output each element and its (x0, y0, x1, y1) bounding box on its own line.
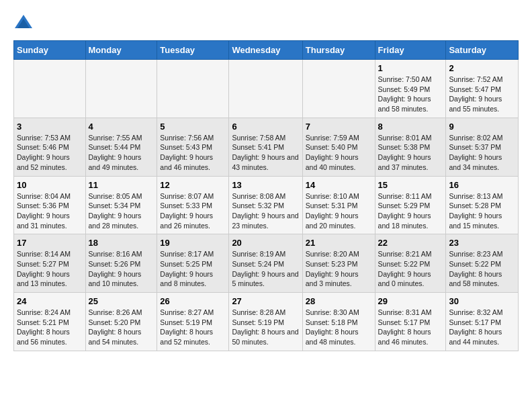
calendar-week-row: 17Sunrise: 8:14 AM Sunset: 5:27 PM Dayli… (14, 234, 519, 293)
calendar-week-row: 3Sunrise: 7:53 AM Sunset: 5:46 PM Daylig… (14, 118, 519, 176)
day-number: 9 (449, 122, 515, 132)
day-number: 11 (89, 180, 154, 190)
day-number: 17 (17, 238, 83, 248)
day-number: 26 (160, 296, 226, 306)
calendar-cell: 24Sunrise: 8:24 AM Sunset: 5:21 PM Dayli… (14, 293, 86, 351)
calendar-cell: 28Sunrise: 8:30 AM Sunset: 5:18 PM Dayli… (302, 293, 375, 351)
day-number: 6 (232, 122, 299, 132)
weekday-header: Wednesday (229, 41, 302, 60)
calendar-cell: 29Sunrise: 8:31 AM Sunset: 5:17 PM Dayli… (375, 293, 446, 351)
calendar-cell: 11Sunrise: 8:05 AM Sunset: 5:34 PM Dayli… (85, 176, 157, 234)
calendar-cell: 3Sunrise: 7:53 AM Sunset: 5:46 PM Daylig… (14, 118, 86, 176)
day-info: Sunrise: 8:27 AM Sunset: 5:19 PM Dayligh… (160, 308, 226, 347)
calendar-cell (229, 60, 302, 118)
day-info: Sunrise: 8:17 AM Sunset: 5:25 PM Dayligh… (160, 249, 226, 289)
calendar-cell: 8Sunrise: 8:01 AM Sunset: 5:38 PM Daylig… (375, 118, 446, 176)
day-number: 2 (449, 63, 515, 73)
calendar-cell: 6Sunrise: 7:58 AM Sunset: 5:41 PM Daylig… (229, 118, 302, 176)
logo-icon (13, 13, 34, 34)
day-number: 23 (449, 238, 515, 248)
day-info: Sunrise: 8:20 AM Sunset: 5:23 PM Dayligh… (306, 249, 372, 289)
day-number: 5 (160, 122, 226, 132)
day-info: Sunrise: 8:30 AM Sunset: 5:18 PM Dayligh… (306, 308, 372, 347)
day-info: Sunrise: 8:01 AM Sunset: 5:38 PM Dayligh… (378, 133, 443, 173)
day-number: 12 (160, 180, 226, 190)
calendar-cell: 27Sunrise: 8:28 AM Sunset: 5:19 PM Dayli… (229, 293, 302, 351)
calendar-week-row: 10Sunrise: 8:04 AM Sunset: 5:36 PM Dayli… (14, 176, 519, 234)
day-number: 19 (160, 238, 226, 248)
day-number: 21 (306, 238, 372, 248)
calendar-cell (157, 60, 229, 118)
day-number: 14 (306, 180, 372, 190)
calendar-cell: 22Sunrise: 8:21 AM Sunset: 5:22 PM Dayli… (375, 234, 446, 293)
day-number: 10 (17, 180, 83, 190)
day-info: Sunrise: 7:52 AM Sunset: 5:47 PM Dayligh… (449, 75, 515, 114)
day-number: 15 (378, 180, 443, 190)
calendar-cell: 2Sunrise: 7:52 AM Sunset: 5:47 PM Daylig… (446, 60, 519, 118)
calendar-cell: 21Sunrise: 8:20 AM Sunset: 5:23 PM Dayli… (302, 234, 375, 293)
day-number: 18 (89, 238, 154, 248)
day-number: 30 (449, 296, 515, 306)
calendar-week-row: 24Sunrise: 8:24 AM Sunset: 5:21 PM Dayli… (14, 293, 519, 351)
calendar-cell: 12Sunrise: 8:07 AM Sunset: 5:33 PM Dayli… (157, 176, 229, 234)
day-info: Sunrise: 8:07 AM Sunset: 5:33 PM Dayligh… (160, 191, 226, 231)
calendar-cell: 30Sunrise: 8:32 AM Sunset: 5:17 PM Dayli… (446, 293, 519, 351)
calendar-header-row: SundayMondayTuesdayWednesdayThursdayFrid… (14, 41, 519, 60)
day-info: Sunrise: 8:28 AM Sunset: 5:19 PM Dayligh… (232, 308, 299, 347)
weekday-header: Monday (85, 41, 157, 60)
calendar-cell: 4Sunrise: 7:55 AM Sunset: 5:44 PM Daylig… (85, 118, 157, 176)
calendar-cell: 26Sunrise: 8:27 AM Sunset: 5:19 PM Dayli… (157, 293, 229, 351)
calendar-table: SundayMondayTuesdayWednesdayThursdayFrid… (13, 40, 519, 351)
calendar-cell (302, 60, 375, 118)
calendar-cell: 20Sunrise: 8:19 AM Sunset: 5:24 PM Dayli… (229, 234, 302, 293)
day-info: Sunrise: 8:23 AM Sunset: 5:22 PM Dayligh… (449, 249, 515, 289)
calendar-cell: 10Sunrise: 8:04 AM Sunset: 5:36 PM Dayli… (14, 176, 86, 234)
calendar-cell: 5Sunrise: 7:56 AM Sunset: 5:43 PM Daylig… (157, 118, 229, 176)
day-info: Sunrise: 8:08 AM Sunset: 5:32 PM Dayligh… (232, 191, 299, 231)
calendar-cell: 1Sunrise: 7:50 AM Sunset: 5:49 PM Daylig… (375, 60, 446, 118)
calendar-cell: 7Sunrise: 7:59 AM Sunset: 5:40 PM Daylig… (302, 118, 375, 176)
day-info: Sunrise: 8:10 AM Sunset: 5:31 PM Dayligh… (306, 191, 372, 231)
page: SundayMondayTuesdayWednesdayThursdayFrid… (0, 0, 532, 358)
weekday-header: Tuesday (157, 41, 229, 60)
calendar-cell: 15Sunrise: 8:11 AM Sunset: 5:29 PM Dayli… (375, 176, 446, 234)
day-number: 29 (378, 296, 443, 306)
weekday-header: Friday (375, 41, 446, 60)
calendar-cell: 16Sunrise: 8:13 AM Sunset: 5:28 PM Dayli… (446, 176, 519, 234)
day-info: Sunrise: 8:16 AM Sunset: 5:26 PM Dayligh… (89, 249, 154, 289)
day-info: Sunrise: 8:04 AM Sunset: 5:36 PM Dayligh… (17, 191, 83, 231)
header (13, 13, 519, 34)
calendar-cell: 13Sunrise: 8:08 AM Sunset: 5:32 PM Dayli… (229, 176, 302, 234)
calendar-cell: 23Sunrise: 8:23 AM Sunset: 5:22 PM Dayli… (446, 234, 519, 293)
day-number: 24 (17, 296, 83, 306)
day-info: Sunrise: 8:05 AM Sunset: 5:34 PM Dayligh… (89, 191, 154, 231)
day-info: Sunrise: 8:11 AM Sunset: 5:29 PM Dayligh… (378, 191, 443, 231)
day-number: 20 (232, 238, 299, 248)
day-info: Sunrise: 8:14 AM Sunset: 5:27 PM Dayligh… (17, 249, 83, 289)
day-info: Sunrise: 8:13 AM Sunset: 5:28 PM Dayligh… (449, 191, 515, 231)
calendar-cell: 18Sunrise: 8:16 AM Sunset: 5:26 PM Dayli… (85, 234, 157, 293)
day-info: Sunrise: 8:24 AM Sunset: 5:21 PM Dayligh… (17, 308, 83, 347)
day-number: 13 (232, 180, 299, 190)
day-info: Sunrise: 8:21 AM Sunset: 5:22 PM Dayligh… (378, 249, 443, 289)
day-number: 16 (449, 180, 515, 190)
day-number: 1 (378, 63, 443, 73)
day-info: Sunrise: 8:32 AM Sunset: 5:17 PM Dayligh… (449, 308, 515, 347)
weekday-header: Saturday (446, 41, 519, 60)
calendar-cell (85, 60, 157, 118)
calendar-cell (14, 60, 86, 118)
day-info: Sunrise: 8:02 AM Sunset: 5:37 PM Dayligh… (449, 133, 515, 173)
day-info: Sunrise: 7:53 AM Sunset: 5:46 PM Dayligh… (17, 133, 83, 173)
day-info: Sunrise: 7:58 AM Sunset: 5:41 PM Dayligh… (232, 133, 299, 173)
weekday-header: Sunday (14, 41, 86, 60)
calendar-cell: 9Sunrise: 8:02 AM Sunset: 5:37 PM Daylig… (446, 118, 519, 176)
calendar-week-row: 1Sunrise: 7:50 AM Sunset: 5:49 PM Daylig… (14, 60, 519, 118)
day-number: 7 (306, 122, 372, 132)
day-number: 22 (378, 238, 443, 248)
day-number: 3 (17, 122, 83, 132)
calendar-cell: 19Sunrise: 8:17 AM Sunset: 5:25 PM Dayli… (157, 234, 229, 293)
calendar-cell: 25Sunrise: 8:26 AM Sunset: 5:20 PM Dayli… (85, 293, 157, 351)
day-info: Sunrise: 7:50 AM Sunset: 5:49 PM Dayligh… (378, 75, 443, 114)
calendar-cell: 17Sunrise: 8:14 AM Sunset: 5:27 PM Dayli… (14, 234, 86, 293)
day-number: 27 (232, 296, 299, 306)
